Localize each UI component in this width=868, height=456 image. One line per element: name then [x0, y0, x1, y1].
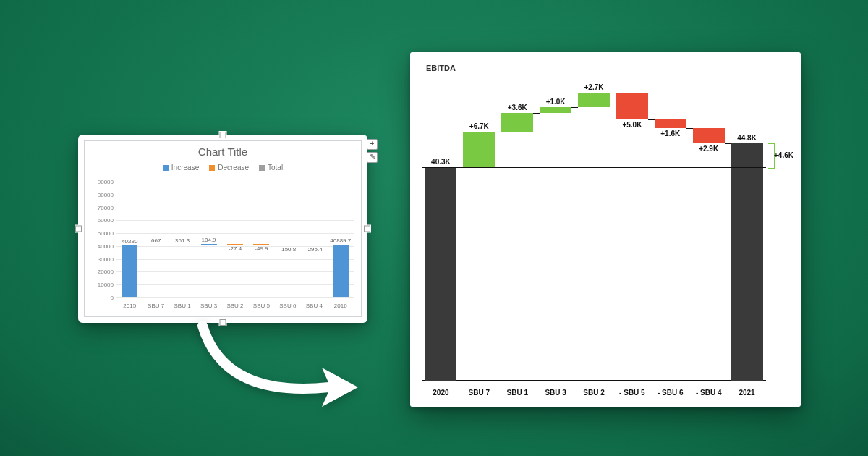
ebitda-x-axis: 2020SBU 7SBU 1SBU 3SBU 2- SBU 5- SBU 6- … — [422, 389, 766, 397]
bar-value-label: 40889.7 — [330, 237, 351, 244]
y-tick-label: 60000 — [85, 217, 116, 224]
y-tick-label: 70000 — [85, 204, 116, 211]
wf-bar-2021 — [731, 143, 763, 381]
wf-value-label: +1.6K — [660, 130, 680, 138]
wf-reference-line — [422, 167, 766, 168]
gridline — [116, 233, 354, 234]
chart-legend: Increase Decrease Total — [85, 164, 361, 172]
wf-x-tick-label: - SBU 4 — [689, 389, 728, 397]
ebitda-chart-title: EBITDA — [426, 64, 456, 72]
wf-bar-sbu2 — [578, 93, 610, 107]
wf-bar-sbu7 — [463, 132, 495, 167]
wf-bar--sbu6 — [655, 119, 686, 128]
wf-bar--sbu5 — [616, 93, 648, 119]
ebitda-baseline — [422, 380, 766, 381]
wf-x-tick-label: SBU 1 — [498, 389, 537, 397]
wf-value-label: +6.7K — [469, 122, 489, 130]
y-tick-label: 80000 — [85, 191, 116, 198]
chart-add-element-button[interactable]: + — [367, 139, 378, 150]
y-tick-label: 90000 — [85, 179, 116, 185]
y-tick-label: 50000 — [85, 230, 116, 237]
wf-x-tick-label: - SBU 5 — [613, 389, 651, 397]
wf-connector — [610, 93, 616, 93]
wf-value-label: 44.8K — [737, 134, 757, 142]
ebitda-waterfall-card: EBITDA 40.3K+6.7K+3.6K+1.0K+2.7K+5.0K+1.… — [410, 52, 801, 407]
wf-bar-2020 — [425, 167, 456, 381]
bar-value-label: -49.9 — [255, 245, 268, 252]
wf-value-label: +2.9K — [699, 145, 718, 153]
wf-connector — [533, 113, 540, 114]
wf-bar-sbu3 — [540, 107, 571, 112]
x-tick-label: SBU 1 — [169, 303, 195, 309]
y-tick-label: 0 — [85, 295, 116, 301]
wf-connector — [725, 143, 731, 144]
wf-x-tick-label: SBU 7 — [460, 389, 498, 397]
wf-bar-sbu1 — [501, 113, 533, 132]
wf-difference-label: +4.6K — [774, 151, 793, 159]
excel-plot-area: 0100002000030000400005000060000700008000… — [116, 182, 354, 297]
excel-x-axis: 2015SBU 7SBU 1SBU 3SBU 2SBU 5SBU 6SBU 42… — [116, 303, 354, 309]
legend-item-decrease: Decrease — [209, 164, 249, 172]
x-tick-label: SBU 2 — [222, 303, 248, 309]
resize-handle-east[interactable] — [364, 226, 370, 232]
wf-value-label: +1.0K — [546, 98, 566, 106]
wf-connector — [686, 128, 693, 129]
bar-SBU 7 — [148, 245, 164, 245]
x-tick-label: SBU 7 — [142, 303, 169, 309]
gridline — [116, 195, 354, 195]
wf-bar--sbu4 — [693, 128, 725, 143]
chart-title[interactable]: Chart Title — [85, 145, 361, 158]
resize-handle-north[interactable] — [220, 132, 226, 138]
legend-swatch-total — [259, 165, 265, 171]
y-tick-label: 10000 — [85, 282, 116, 288]
bar-value-label: 667 — [151, 237, 161, 244]
wf-connector — [648, 119, 655, 120]
x-tick-label: SBU 5 — [248, 303, 274, 309]
gridline — [116, 297, 354, 298]
bar-2016 — [333, 245, 349, 297]
bar-value-label: 40280 — [122, 238, 137, 245]
gridline — [116, 284, 354, 285]
ebitda-plot-area: 40.3K+6.7K+3.6K+1.0K+2.7K+5.0K+1.6K+2.9K… — [422, 84, 766, 381]
bar-value-label: -27.4 — [229, 245, 242, 252]
bar-value-label: -295.4 — [306, 246, 323, 253]
gridline — [116, 208, 354, 208]
bar-SBU 6 — [280, 245, 296, 245]
resize-handle-west[interactable] — [75, 226, 82, 232]
y-tick-label: 30000 — [85, 256, 116, 262]
wf-x-tick-label: 2021 — [728, 389, 766, 397]
legend-item-increase: Increase — [163, 164, 199, 172]
transform-arrow-icon — [188, 318, 376, 413]
x-tick-label: SBU 3 — [195, 303, 221, 309]
legend-swatch-increase — [163, 165, 169, 171]
bar-SBU 1 — [174, 245, 190, 245]
legend-swatch-decrease — [209, 165, 215, 171]
chart-style-brush-button[interactable]: ✎ — [367, 152, 378, 163]
bar-value-label: -150.8 — [280, 246, 297, 253]
x-tick-label: SBU 6 — [275, 303, 301, 309]
legend-item-total: Total — [259, 164, 283, 172]
wf-connector — [571, 107, 578, 108]
y-tick-label: 20000 — [85, 269, 116, 275]
x-tick-label: 2015 — [116, 303, 142, 309]
legend-label-increase: Increase — [171, 164, 199, 172]
wf-value-label: +2.7K — [584, 83, 604, 91]
legend-label-decrease: Decrease — [218, 164, 249, 172]
bar-SBU 2 — [227, 244, 243, 245]
bar-SBU 3 — [201, 244, 217, 245]
bar-value-label: 361.3 — [175, 237, 190, 244]
gridline — [116, 220, 354, 221]
wf-value-label: +5.0K — [622, 121, 642, 129]
wf-x-tick-label: SBU 2 — [575, 389, 613, 397]
excel-chart-canvas[interactable]: Chart Title Increase Decrease Total 0100… — [84, 140, 362, 317]
gridline — [116, 271, 354, 272]
excel-chart-card: + ✎ Chart Title Increase Decrease Total … — [78, 135, 367, 323]
legend-label-total: Total — [268, 164, 283, 172]
wf-connector — [495, 132, 501, 132]
bar-2015 — [122, 245, 137, 297]
bar-SBU 4 — [306, 245, 322, 245]
wf-x-tick-label: 2020 — [422, 389, 460, 397]
gridline — [116, 259, 354, 260]
wf-value-label: +3.6K — [508, 104, 527, 111]
wf-value-label: 40.3K — [431, 158, 451, 166]
